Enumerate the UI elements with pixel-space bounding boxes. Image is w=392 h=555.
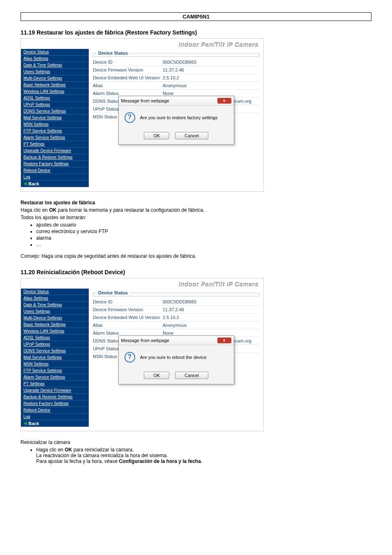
status-value: None: [163, 91, 173, 96]
sidebar-item[interactable]: Reboot Device: [21, 407, 89, 414]
list-item: Haga clic en OK para reinicializar la cá…: [36, 447, 371, 464]
sidebar-item[interactable]: Alias Settings: [21, 56, 89, 62]
sidebar-item[interactable]: Users Settings: [21, 69, 89, 75]
dialog-title: Message from webpage: [121, 338, 169, 343]
content-pane: Device Status Device ID000C5DDDB983Devic…: [89, 49, 263, 187]
device-status-legend: Device Status: [97, 51, 129, 56]
question-icon: ?: [125, 352, 135, 363]
status-label: Device Embeded Web UI Version: [93, 75, 163, 80]
cancel-button[interactable]: Cancel: [175, 372, 208, 379]
doc-header: CAMIP5N1: [21, 12, 371, 21]
status-row: Device Firmware Version11.37.2.48: [93, 305, 259, 313]
confirm-dialog: Message from webpage x ? Are you sure to…: [118, 96, 234, 145]
sidebar-item[interactable]: UPnP Settings: [21, 341, 89, 348]
reboot-subheading: Reinicializar la cámara: [21, 439, 371, 445]
status-label: Device Firmware Version: [93, 67, 163, 72]
device-status-fieldset: Device Status: [93, 51, 259, 57]
sidebar-item[interactable]: Device Status: [21, 289, 89, 295]
close-icon[interactable]: x: [217, 338, 231, 343]
sidebar-item[interactable]: FTP Service Settings: [21, 128, 89, 134]
status-label: Alias: [93, 323, 163, 328]
sidebar-item[interactable]: Basic Network Settings: [21, 321, 89, 328]
back-button[interactable]: Back: [21, 420, 89, 427]
sidebar-item[interactable]: Log: [21, 174, 89, 180]
sidebar-item[interactable]: PT Settings: [21, 381, 89, 387]
restore-subheading: Restaurar los ajustes de fábrica: [21, 200, 95, 206]
para-restore-2: Todos los ajustes se borrarán:: [21, 215, 371, 220]
status-row: Device ID000C5DDDB983: [93, 58, 259, 66]
sidebar-item[interactable]: Log: [21, 414, 89, 420]
sidebar-item[interactable]: Backup & Restore Settings: [21, 394, 89, 400]
para-restore-1: Haga clic en OK para borrar la memoria y…: [21, 207, 371, 213]
device-status-legend: Device Status: [97, 290, 129, 295]
list-item: …: [36, 242, 371, 247]
sidebar-item[interactable]: ADSL Settings: [21, 335, 89, 341]
status-row: AliasAnonymous: [93, 321, 259, 329]
sidebar-item[interactable]: Restore Factory Settings: [21, 400, 89, 407]
status-row: Device ID000C5DDDB983: [93, 298, 259, 305]
sidebar: Device StatusAlias SettingsDate & Time S…: [21, 289, 89, 427]
section-heading-1120: 11.20 Reinicialización (Reboot Device): [21, 269, 371, 275]
status-value: Anonymous: [163, 323, 187, 328]
dialog-body: Are you sure to reboot the device: [140, 355, 207, 360]
ok-button[interactable]: OK: [144, 132, 169, 139]
sidebar-item[interactable]: Upgrade Device Firmware: [21, 148, 89, 154]
content-pane: Device Status Device ID000C5DDDB983Devic…: [89, 289, 263, 427]
list-item: alarma: [36, 235, 371, 241]
status-label: Device ID: [93, 60, 163, 65]
brand-title: Indoor Pan/Tilt IP Camera: [21, 278, 263, 289]
brand-title: Indoor Pan/Tilt IP Camera: [21, 39, 263, 49]
status-label: Device Firmware Version: [93, 307, 163, 312]
bullet-list-reboot: Haga clic en OK para reinicializar la cá…: [29, 447, 371, 464]
sidebar-item[interactable]: Reboot Device: [21, 167, 89, 174]
status-row: Device Embeded Web UI Version2.5.10.2: [93, 313, 259, 321]
sidebar-item[interactable]: MSN Settings: [21, 361, 89, 368]
sidebar-item[interactable]: Multi-Device Settings: [21, 75, 89, 82]
sidebar-item[interactable]: Mail Service Settings: [21, 354, 89, 361]
cancel-button[interactable]: Cancel: [175, 132, 208, 139]
ok-button[interactable]: OK: [144, 372, 169, 379]
sidebar-item[interactable]: Alias Settings: [21, 295, 89, 302]
tip-text: Consejo: Haga una copia de seguridad ant…: [21, 253, 371, 259]
sidebar-item[interactable]: Alarm Service Settings: [21, 374, 89, 381]
close-icon[interactable]: x: [217, 98, 231, 104]
status-value: 11.37.2.46: [163, 67, 184, 72]
sidebar: Device StatusAlias SettingsDate & Time S…: [21, 49, 89, 187]
status-value: 2.5.10.2: [163, 75, 179, 80]
back-arrow-icon: [23, 421, 27, 426]
sidebar-item[interactable]: PT Settings: [21, 141, 89, 148]
screenshot-restore-factory: Indoor Pan/Tilt IP Camera Device StatusA…: [21, 38, 264, 192]
dialog-title: Message from webpage: [121, 98, 169, 103]
sidebar-item[interactable]: Wireless LAN Settings: [21, 328, 89, 335]
status-label: Alias: [93, 83, 163, 88]
sidebar-item[interactable]: Mail Service Settings: [21, 115, 89, 121]
sidebar-item[interactable]: Upgrade Device Firmware: [21, 387, 89, 394]
status-value: 11.37.2.48: [163, 307, 184, 312]
device-status-fieldset: Device Status: [93, 290, 259, 296]
sidebar-item[interactable]: Backup & Restore Settings: [21, 154, 89, 161]
status-label: Alarm Status: [93, 91, 163, 96]
sidebar-item[interactable]: Restore Factory Settings: [21, 161, 89, 167]
sidebar-item[interactable]: Date & Time Settings: [21, 302, 89, 308]
sidebar-item[interactable]: FTP Service Settings: [21, 368, 89, 374]
sidebar-item[interactable]: DDNS Service Settings: [21, 348, 89, 354]
sidebar-item[interactable]: Multi-Device Settings: [21, 315, 89, 321]
sidebar-item[interactable]: Device Status: [21, 49, 89, 56]
section-heading-1119: 11.19 Restaurar los ajustes de fábrica (…: [21, 29, 371, 36]
sidebar-item[interactable]: Date & Time Settings: [21, 62, 89, 69]
sidebar-item[interactable]: UPnP Settings: [21, 102, 89, 108]
sidebar-item[interactable]: Users Settings: [21, 308, 89, 315]
back-arrow-icon: [23, 182, 27, 186]
screenshot-reboot: Indoor Pan/Tilt IP Camera Device StatusA…: [21, 278, 264, 431]
sidebar-item[interactable]: DDNS Service Settings: [21, 108, 89, 115]
question-icon: ?: [125, 112, 135, 123]
status-value: 2.5.10.2: [163, 315, 179, 320]
sidebar-item[interactable]: Wireless LAN Settings: [21, 88, 89, 95]
sidebar-item[interactable]: Alarm Service Settings: [21, 134, 89, 141]
status-value: None: [163, 331, 173, 335]
sidebar-item[interactable]: ADSL Settings: [21, 95, 89, 102]
sidebar-item[interactable]: MSN Settings: [21, 121, 89, 128]
back-button[interactable]: Back: [21, 180, 89, 187]
sidebar-item[interactable]: Basic Network Settings: [21, 82, 89, 88]
status-label: Alarm Status: [93, 331, 163, 335]
